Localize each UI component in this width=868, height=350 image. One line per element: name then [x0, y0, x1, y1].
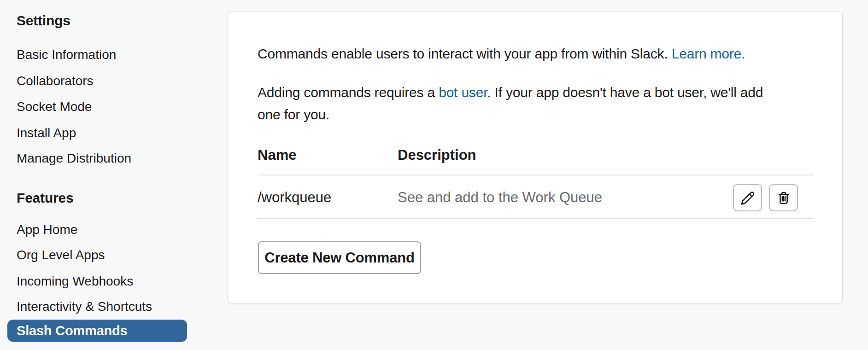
trash-icon [776, 191, 791, 205]
slash-commands-card: Commands enable users to interact with y… [228, 11, 843, 304]
sidebar-item-basic-information[interactable]: Basic Information [17, 46, 116, 64]
intro-text-2b: . If your app doesn't have a bot user, w… [487, 85, 763, 100]
sidebar-item-interactivity-shortcuts[interactable]: Interactivity & Shortcuts [17, 298, 152, 316]
sidebar-item-slash-commands-active[interactable]: Slash Commands [7, 320, 187, 342]
intro-text-2c: one for you. [258, 104, 763, 126]
sidebar-item-collaborators[interactable]: Collaborators [17, 72, 94, 90]
edit-command-button[interactable] [733, 184, 762, 211]
sidebar-item-incoming-webhooks[interactable]: Incoming Webhooks [17, 272, 133, 291]
intro-paragraph-1: Commands enable users to interact with y… [258, 44, 745, 64]
sidebar: Settings Basic Information Collaborators… [0, 0, 212, 350]
sidebar-item-manage-distribution[interactable]: Manage Distribution [17, 149, 131, 168]
column-header-name: Name [258, 145, 296, 165]
command-description-cell: See and add to the Work Queue [398, 187, 602, 208]
sidebar-active-item-label: Slash Commands [17, 323, 128, 338]
create-new-command-button[interactable]: Create New Command [258, 241, 421, 274]
bot-user-link[interactable]: bot user [439, 85, 487, 100]
sidebar-item-org-level-apps[interactable]: Org Level Apps [17, 246, 105, 264]
learn-more-link[interactable]: Learn more. [672, 46, 745, 61]
sidebar-item-app-home[interactable]: App Home [17, 221, 77, 239]
pencil-icon [740, 191, 755, 205]
table-header-divider [258, 175, 814, 175]
intro-paragraph-2: Adding commands requires a bot user. If … [258, 82, 763, 126]
sidebar-heading-settings: Settings [17, 12, 70, 30]
slash-commands-settings-page: Settings Basic Information Collaborators… [0, 0, 868, 350]
sidebar-item-socket-mode[interactable]: Socket Mode [17, 98, 92, 116]
command-name-cell: /workqueue [258, 187, 331, 208]
delete-command-button[interactable] [769, 184, 798, 211]
sidebar-item-install-app[interactable]: Install App [17, 124, 76, 142]
sidebar-heading-features: Features [17, 189, 73, 207]
table-row-divider [258, 218, 814, 219]
intro-text-1: Commands enable users to interact with y… [258, 46, 672, 61]
intro-text-2a: Adding commands requires a [258, 85, 439, 100]
column-header-description: Description [398, 145, 476, 165]
